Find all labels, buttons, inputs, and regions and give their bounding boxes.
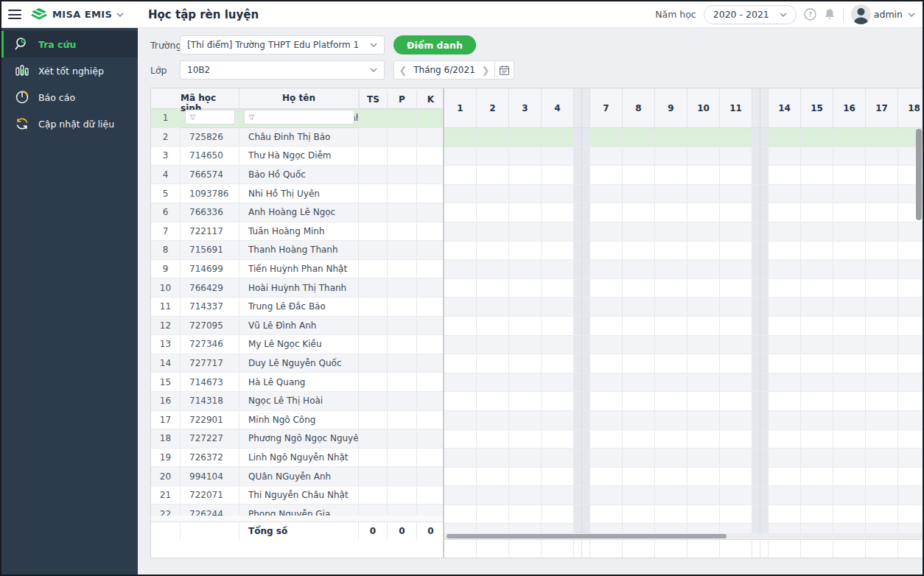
school-year-select[interactable]: 2020 - 2021 bbox=[704, 5, 797, 24]
student-row[interactable]: 11714337Trung Lê Đắc Bảo bbox=[151, 298, 443, 317]
student-day-row[interactable] bbox=[444, 203, 923, 222]
student-day-row[interactable] bbox=[444, 336, 923, 355]
student-day-row[interactable] bbox=[444, 468, 923, 487]
row-student-id: 714318 bbox=[181, 392, 239, 411]
student-row[interactable]: 12727095Vũ Lê Đình Anh bbox=[151, 317, 443, 336]
full-name-filter-input[interactable] bbox=[244, 110, 354, 124]
attendance-cell-day-10 bbox=[687, 203, 720, 222]
attendance-button[interactable]: Điểm danh bbox=[393, 35, 476, 55]
student-row[interactable]: 4766574Bảo Hồ Quốc bbox=[151, 166, 443, 185]
row-stt: 15 bbox=[151, 373, 181, 392]
attendance-cell-day-14 bbox=[769, 166, 801, 185]
notification-bell-icon[interactable] bbox=[824, 8, 836, 21]
weekend-cell bbox=[574, 468, 590, 487]
student-day-row[interactable] bbox=[444, 392, 923, 411]
student-day-row[interactable] bbox=[444, 166, 923, 185]
calendar-icon[interactable] bbox=[494, 61, 514, 79]
sidebar-item-bao-cao[interactable]: Báo cáo bbox=[1, 84, 138, 110]
hamburger-menu-icon[interactable] bbox=[8, 10, 21, 19]
student-day-row[interactable] bbox=[444, 486, 923, 505]
help-icon[interactable]: ? bbox=[804, 8, 816, 21]
row-stt: 8 bbox=[151, 241, 181, 260]
student-row[interactable]: 51093786Nhi Hồ Thị Uyên bbox=[151, 184, 443, 203]
student-row[interactable]: 17722901Minh Ngô Công bbox=[151, 411, 443, 430]
attendance-cell-day-18 bbox=[898, 468, 923, 487]
day-column-header-8: 8 bbox=[623, 88, 655, 128]
student-row[interactable]: 15714673Hà Lê Quang bbox=[151, 373, 443, 392]
attendance-cell-day-10 bbox=[687, 468, 720, 487]
student-row[interactable]: 3714650Thư Hà Ngọc Diễm bbox=[151, 147, 443, 166]
student-day-row[interactable] bbox=[444, 298, 923, 317]
student-row[interactable]: 13727346My Lê Ngọc Kiều bbox=[151, 335, 443, 354]
student-day-row[interactable] bbox=[444, 524, 923, 533]
student-day-row[interactable] bbox=[444, 128, 923, 147]
row-stt: 14 bbox=[151, 354, 181, 373]
sidebar-item-label: Cập nhật dữ liệu bbox=[38, 119, 114, 130]
student-day-row[interactable] bbox=[444, 449, 923, 468]
student-row[interactable]: 2725826Châu Đinh Thị Bảo bbox=[151, 128, 443, 147]
attendance-cell-day-2 bbox=[477, 354, 509, 373]
student-row[interactable]: 6766336Anh Hoàng Lê Ngọc bbox=[151, 203, 443, 222]
next-month-button[interactable]: ❯ bbox=[477, 65, 494, 76]
vertical-scrollbar-thumb[interactable] bbox=[916, 129, 922, 220]
student-row[interactable]: 9714699Tiến Huỳnh Phan Nhật bbox=[151, 260, 443, 279]
svg-text:?: ? bbox=[808, 10, 812, 18]
student-row[interactable]: 7722117Tuấn Hoàng Minh bbox=[151, 222, 443, 242]
horizontal-scrollbar bbox=[444, 533, 923, 539]
student-day-row[interactable] bbox=[444, 147, 923, 166]
horizontal-scrollbar-thumb[interactable] bbox=[447, 534, 727, 538]
student-row[interactable]: 16714318Ngọc Lê Thị Hoài bbox=[151, 392, 443, 411]
row-student-id: 714699 bbox=[181, 260, 239, 279]
attendance-cell-day-4 bbox=[542, 449, 574, 468]
student-day-row[interactable] bbox=[444, 505, 923, 524]
student-row[interactable]: 20994104QUân NGuyễn Anh bbox=[151, 467, 443, 486]
student-row[interactable]: 10766429Hoài Huỳnh Thị Thanh bbox=[151, 278, 443, 298]
student-row[interactable]: 8715691Thanh Hoàng Thanh bbox=[151, 241, 443, 260]
previous-month-button[interactable]: ❮ bbox=[394, 65, 412, 76]
grid-fixed-columns: STT Mã học sinh Họ tên bbox=[151, 88, 444, 558]
student-row[interactable]: 19726372Linh Ngô Nguyễn Nhật bbox=[151, 449, 443, 468]
sidebar-item-cap-nhat-du-lieu[interactable]: Cập nhật dữ liệu bbox=[1, 110, 138, 137]
attendance-cell-day-7 bbox=[590, 411, 623, 430]
student-row[interactable]: 14727717Duy Lê Nguyễn Quốc bbox=[151, 354, 443, 373]
student-day-row[interactable] bbox=[444, 354, 923, 373]
attendance-cell-day-18 bbox=[898, 260, 923, 279]
brand-menu[interactable]: MISA EMIS bbox=[30, 5, 124, 24]
attendance-cell-day-10 bbox=[687, 449, 720, 468]
student-day-row[interactable] bbox=[444, 430, 923, 449]
student-id-filter-input[interactable] bbox=[185, 110, 235, 124]
attendance-cell-day-10 bbox=[687, 128, 720, 147]
weekend-cell bbox=[752, 242, 769, 261]
row-k-cell bbox=[417, 298, 443, 317]
student-day-row[interactable] bbox=[444, 185, 923, 204]
row-ts-cell bbox=[359, 373, 388, 392]
user-menu[interactable]: admin bbox=[851, 4, 915, 24]
attendance-cell-day-10 bbox=[687, 392, 720, 411]
attendance-cell-day-3 bbox=[509, 468, 542, 487]
school-select[interactable]: [Thí điểm] Trường THPT Edu Platform 1 bbox=[180, 35, 385, 55]
student-row[interactable]: 22726244Phong Nguyễn Gia bbox=[151, 505, 443, 516]
row-p-cell bbox=[388, 166, 417, 185]
student-day-row[interactable] bbox=[444, 411, 923, 430]
student-day-row[interactable] bbox=[444, 279, 923, 298]
attendance-cell-day-9 bbox=[655, 468, 687, 487]
row-stt: 21 bbox=[151, 486, 181, 505]
student-day-row[interactable] bbox=[444, 317, 923, 336]
row-stt: 19 bbox=[151, 449, 181, 468]
sidebar-item-xet-tot-nghiep[interactable]: Xét tốt nghiệp bbox=[1, 57, 138, 84]
student-day-row[interactable] bbox=[444, 260, 923, 279]
student-row[interactable]: 18727227Phương Ngô Ngọc Nguyên bbox=[151, 429, 443, 449]
student-day-row[interactable] bbox=[444, 373, 923, 393]
sidebar-item-tra-cuu[interactable]: Tra cứu bbox=[1, 31, 138, 57]
attendance-cell-day-2 bbox=[477, 279, 509, 298]
student-row[interactable]: 21722071Thi Nguyễn Châu Nhật bbox=[151, 486, 443, 505]
attendance-cell-day-15 bbox=[801, 260, 833, 279]
class-select[interactable]: 10B2 bbox=[180, 60, 385, 80]
student-day-row[interactable] bbox=[444, 242, 923, 261]
student-day-row[interactable] bbox=[444, 222, 923, 242]
attendance-cell-day-11 bbox=[720, 430, 752, 449]
attendance-cell-day-10 bbox=[687, 430, 720, 449]
row-full-name: Bảo Hồ Quốc bbox=[239, 166, 359, 185]
attendance-cell-day-14 bbox=[769, 505, 801, 524]
row-p-cell bbox=[388, 373, 417, 392]
